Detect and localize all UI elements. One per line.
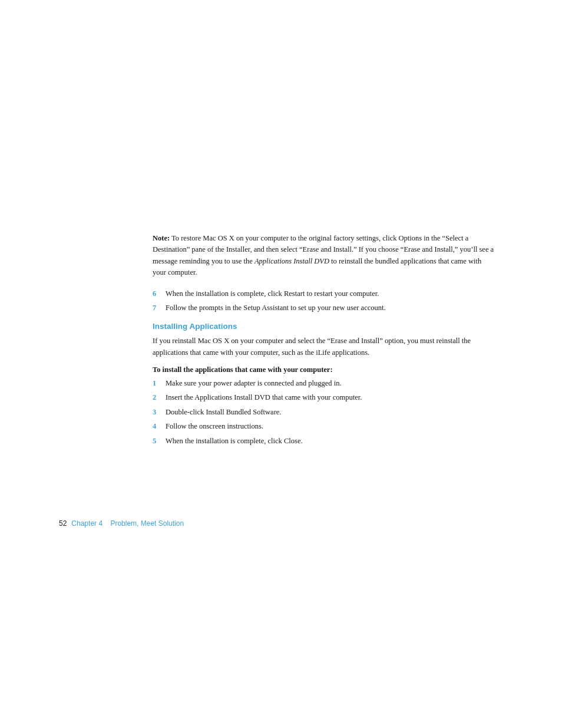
list-item: 6 When the installation is complete, cli… [153,288,494,299]
list-item: 2 Insert the Applications Install DVD th… [153,392,494,403]
section-title: Installing Applications [153,322,494,331]
page-number: 52 [59,519,67,528]
note-block: Note: To restore Mac OS X on your comput… [153,233,494,279]
item-text: Double-click Install Bundled Software. [166,407,494,418]
chapter-label: Chapter 4 Problem, Meet Solution [71,519,184,528]
item-text: When the installation is complete, click… [166,288,494,299]
item-number: 5 [153,436,163,447]
item-text: When the installation is complete, click… [166,436,494,447]
top-numbered-list: 6 When the installation is complete, cli… [153,288,494,314]
item-number: 3 [153,407,163,418]
item-number: 4 [153,421,163,432]
list-item: 3 Double-click Install Bundled Software. [153,407,494,418]
note-label: Note: [153,234,170,242]
step2-text-after: that came with your computer. [270,393,362,401]
list-item: 1 Make sure your power adapter is connec… [153,378,494,389]
item-text: Insert the Applications Install DVD that… [166,392,494,403]
chapter-number: Chapter 4 [71,519,103,528]
item-text: Make sure your power adapter is connecte… [166,378,494,389]
item-number: 7 [153,302,163,314]
chapter-title: Problem, Meet Solution [110,519,184,528]
item-number: 1 [153,378,163,389]
section-body: If you reinstall Mac OS X on your comput… [153,335,494,358]
install-heading: To install the applications that came wi… [153,365,494,374]
list-item: 7 Follow the prompts in the Setup Assist… [153,302,494,314]
item-text: Follow the onscreen instructions. [166,421,494,432]
item-number: 6 [153,288,163,299]
content-area: Note: To restore Mac OS X on your comput… [153,233,494,455]
step2-italic: Applications Install DVD [194,393,270,401]
item-number: 2 [153,392,163,403]
list-item: 4 Follow the onscreen instructions. [153,421,494,432]
list-item: 5 When the installation is complete, cli… [153,436,494,447]
step2-text-before: Insert the [166,393,194,401]
steps-list: 1 Make sure your power adapter is connec… [153,378,494,447]
item-text: Follow the prompts in the Setup Assistan… [166,302,494,314]
page: Note: To restore Mac OS X on your comput… [0,0,562,728]
note-italic: Applications Install DVD [254,257,329,265]
footer: 52 Chapter 4 Problem, Meet Solution [59,519,184,528]
